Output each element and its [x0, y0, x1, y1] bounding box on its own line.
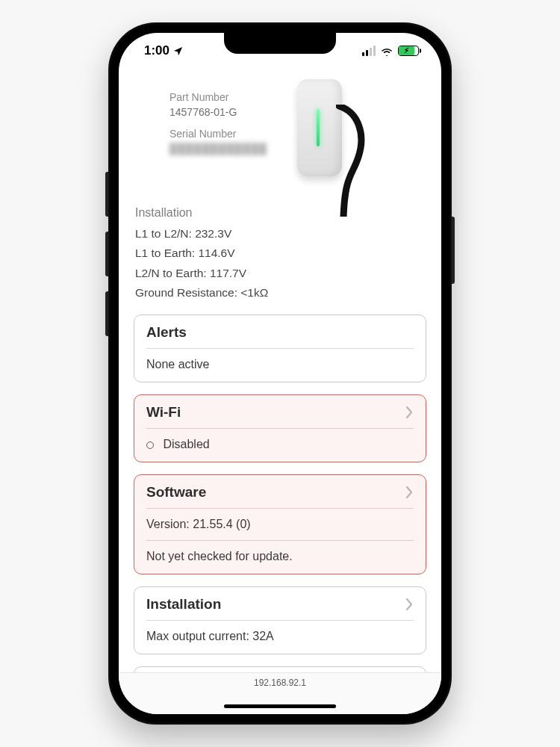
chevron-right-icon — [405, 598, 414, 611]
phone-frame: 1:00 ⚡︎ — [108, 22, 452, 725]
wifi-status-text: Disabled — [163, 438, 209, 450]
software-update-status: Not yet checked for update. — [146, 548, 414, 565]
location-arrow-icon — [172, 46, 184, 57]
part-number-value: 1457768-01-G — [169, 105, 267, 120]
software-card[interactable]: Software Version: 21.55.4 (0) Not yet ch… — [134, 474, 426, 574]
alerts-title: Alerts — [146, 324, 187, 341]
serial-number-value: ████████████ — [169, 141, 267, 156]
reading-line: Ground Resistance: <1kΩ — [135, 283, 426, 303]
wall-connector-image — [281, 75, 363, 202]
cellular-signal-icon — [362, 46, 376, 56]
wifi-card[interactable]: Wi-Fi Disabled — [134, 394, 426, 462]
wifi-status-row: Disabled — [146, 436, 414, 453]
device-header: Part Number 1457768-01-G Serial Number █… — [134, 75, 426, 202]
serial-number-label: Serial Number — [169, 126, 267, 141]
chevron-right-icon — [405, 406, 414, 419]
part-number-label: Part Number — [169, 90, 267, 105]
battery-icon: ⚡︎ — [398, 46, 419, 56]
installation-title: Installation — [146, 596, 221, 613]
alerts-body: None active — [146, 356, 414, 373]
reading-line: L2/N to Earth: 117.7V — [135, 264, 426, 283]
status-time: 1:00 — [144, 43, 169, 58]
wifi-title: Wi-Fi — [146, 404, 181, 421]
charging-bolt-icon: ⚡︎ — [404, 47, 409, 55]
reading-line: L1 to L2/N: 232.3V — [135, 224, 426, 244]
installation-readings-title: Installation — [135, 206, 426, 220]
next-card-partial[interactable] — [134, 666, 426, 672]
status-bar-right: ⚡︎ — [362, 46, 419, 56]
chevron-right-icon — [405, 486, 414, 499]
screen: 1:00 ⚡︎ — [119, 33, 441, 714]
installation-card[interactable]: Installation Max output current: 32A — [134, 586, 426, 654]
browser-bottom-bar: 192.168.92.1 — [119, 672, 441, 714]
status-indicator-icon — [146, 441, 154, 449]
installation-max-current: Max output current: 32A — [146, 628, 414, 645]
reading-line: L1 to Earth: 114.6V — [135, 244, 426, 263]
home-indicator[interactable] — [224, 704, 336, 708]
page-address[interactable]: 192.168.92.1 — [254, 678, 306, 688]
page-content: Part Number 1457768-01-G Serial Number █… — [119, 69, 441, 672]
status-bar-left: 1:00 — [144, 43, 184, 58]
software-version: Version: 21.55.4 (0) — [146, 516, 414, 533]
notch — [224, 33, 336, 54]
software-title: Software — [146, 484, 206, 500]
device-meta: Part Number 1457768-01-G Serial Number █… — [169, 75, 267, 156]
wifi-icon — [380, 46, 393, 56]
installation-readings: Installation L1 to L2/N: 232.3V L1 to Ea… — [134, 206, 426, 303]
alerts-card[interactable]: Alerts None active — [134, 314, 426, 382]
